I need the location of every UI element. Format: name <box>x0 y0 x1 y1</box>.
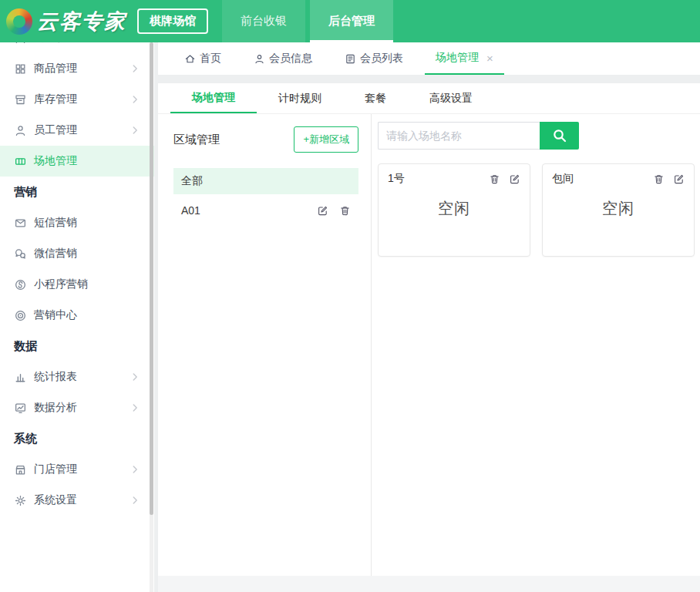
tab-venue-management[interactable]: 场地管理 <box>170 83 257 113</box>
nav-tab-backend-admin[interactable]: 后台管理 <box>310 0 393 42</box>
sidebar-item-settings[interactable]: 系统设置 <box>0 485 154 516</box>
search-button[interactable] <box>540 122 579 150</box>
venue-icon <box>14 155 27 168</box>
edit-icon[interactable] <box>673 173 685 185</box>
sidebar-item-marketing-center[interactable]: 营销中心 <box>0 300 154 331</box>
goods-icon <box>14 62 27 76</box>
sidebar-item-label: 营销中心 <box>34 308 140 322</box>
home-icon <box>184 53 196 65</box>
member-icon <box>254 53 265 65</box>
area-item-actions <box>317 205 351 217</box>
sidebar-item-label: 会员管理 <box>34 42 130 45</box>
sidebar-item-label: 系统设置 <box>34 493 130 507</box>
venue-status: 空闲 <box>388 198 520 219</box>
venue-panel: 1号 空闲 <box>371 114 700 576</box>
area-item-a01[interactable]: A01 <box>173 197 358 224</box>
venue-card-2[interactable]: 包间 空闲 <box>542 163 695 257</box>
sidebar-item-members[interactable]: 会员管理 <box>0 42 154 53</box>
sidebar-section-marketing: 营销 <box>0 177 154 207</box>
sidebar-item-label: 门店管理 <box>34 462 130 476</box>
area-panel-title: 区域管理 <box>173 133 220 147</box>
trash-icon[interactable] <box>653 173 665 185</box>
app-window: 云客专家 棋牌场馆 前台收银 后台管理 会员管理 商品管理 <box>0 0 700 592</box>
trash-icon[interactable] <box>339 205 351 217</box>
brand-title: 云客专家 <box>37 8 126 35</box>
main-area: 首页 会员信息 会员列表 场地管理 × 场地管 <box>154 42 700 592</box>
sidebar-item-miniprogram-marketing[interactable]: 小程序营销 <box>0 269 154 300</box>
venue-status: 空闲 <box>552 198 685 219</box>
layout-gap <box>158 75 700 83</box>
area-panel-header: 区域管理 +新增区域 <box>173 122 358 157</box>
area-item-label: 全部 <box>181 174 203 188</box>
venue-card-header: 包间 <box>552 172 685 186</box>
sidebar-item-sms-marketing[interactable]: 短信营销 <box>0 207 154 238</box>
venue-name-button[interactable]: 棋牌场馆 <box>137 8 208 34</box>
chevron-right-icon <box>130 63 140 74</box>
open-tab-member-list[interactable]: 会员列表 <box>334 42 414 75</box>
sidebar-item-reports[interactable]: 统计报表 <box>0 362 154 392</box>
brand-logo-icon <box>6 8 32 35</box>
chevron-right-icon <box>130 372 140 382</box>
open-tab-label: 场地管理 <box>436 51 479 65</box>
store-icon <box>14 463 27 476</box>
members-icon <box>14 42 27 45</box>
tab-advanced-settings[interactable]: 高级设置 <box>408 83 494 113</box>
sidebar-item-store[interactable]: 门店管理 <box>0 454 154 485</box>
open-tabs-bar: 首页 会员信息 会员列表 场地管理 × <box>158 42 700 75</box>
venue-search-row <box>378 122 695 150</box>
inventory-icon <box>14 93 27 106</box>
sidebar-item-label: 小程序营销 <box>34 278 140 291</box>
add-area-button[interactable]: +新增区域 <box>294 126 358 153</box>
sidebar-item-venue[interactable]: 场地管理 <box>0 146 154 177</box>
sms-icon <box>14 217 27 230</box>
sidebar-section-data: 数据 <box>0 331 154 362</box>
chevron-right-icon <box>130 94 140 105</box>
sidebar-section-system: 系统 <box>0 423 154 454</box>
venue-card-header: 1号 <box>388 172 520 186</box>
area-list: 全部 A01 <box>173 168 358 224</box>
edit-icon[interactable] <box>317 205 328 217</box>
open-tab-label: 会员信息 <box>269 52 312 66</box>
nav-tab-front-cashier[interactable]: 前台收银 <box>222 0 305 42</box>
tab-timing-rules[interactable]: 计时规则 <box>257 83 343 113</box>
edit-icon[interactable] <box>509 173 520 185</box>
tab-packages[interactable]: 套餐 <box>343 83 408 113</box>
venue-cards: 1号 空闲 <box>378 163 695 257</box>
settings-icon <box>14 494 27 507</box>
sidebar-item-label: 场地管理 <box>34 154 140 168</box>
sidebar-item-goods[interactable]: 商品管理 <box>0 53 154 84</box>
footer-strip <box>158 576 700 592</box>
wechat-icon <box>14 247 27 261</box>
marketing-center-icon <box>14 309 27 322</box>
sidebar-item-wechat-marketing[interactable]: 微信营销 <box>0 238 154 269</box>
sidebar-item-label: 统计报表 <box>34 370 130 384</box>
report-icon <box>14 371 27 384</box>
sidebar-scrollbar-thumb[interactable] <box>150 42 153 515</box>
venue-card-1[interactable]: 1号 空闲 <box>378 163 530 257</box>
member-list-icon <box>345 53 356 65</box>
sidebar-item-label: 商品管理 <box>34 62 130 76</box>
venue-card-name: 1号 <box>388 172 405 186</box>
trash-icon[interactable] <box>489 173 500 185</box>
panel-body: 区域管理 +新增区域 全部 A01 <box>158 114 700 576</box>
brand: 云客专家 <box>0 0 126 42</box>
area-item-all[interactable]: 全部 <box>173 168 358 194</box>
sidebar-item-label: 短信营销 <box>34 216 140 230</box>
open-tab-home[interactable]: 首页 <box>173 42 232 75</box>
sidebar-item-analysis[interactable]: 数据分析 <box>0 392 154 423</box>
sidebar-item-staff[interactable]: 员工管理 <box>0 115 154 146</box>
area-panel: 区域管理 +新增区域 全部 A01 <box>158 114 371 576</box>
chevron-right-icon <box>130 125 140 136</box>
venue-card-name: 包间 <box>552 172 574 186</box>
sidebar-item-label: 数据分析 <box>34 401 130 415</box>
sidebar-item-inventory[interactable]: 库存管理 <box>0 84 154 115</box>
open-tab-member-info[interactable]: 会员信息 <box>243 42 323 75</box>
venue-card-actions <box>653 173 685 185</box>
open-tab-venue-management[interactable]: 场地管理 × <box>425 42 504 75</box>
area-item-label: A01 <box>181 204 200 217</box>
venue-search-input[interactable] <box>378 122 540 150</box>
venue-card-actions <box>489 173 520 185</box>
sidebar-item-label: 员工管理 <box>34 123 130 137</box>
close-icon[interactable]: × <box>486 52 493 64</box>
chevron-right-icon <box>130 495 140 506</box>
